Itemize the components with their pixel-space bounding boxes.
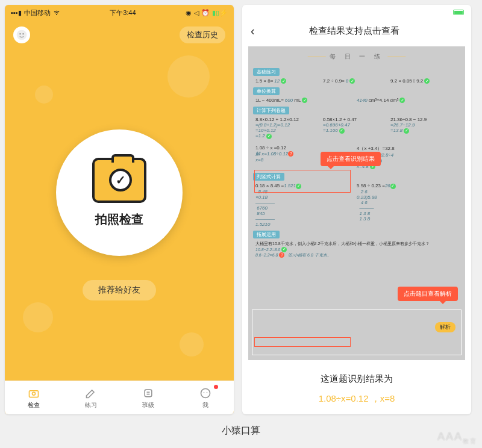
- word-problem[interactable]: 大桶里有10.8千克水，倒入小桶2.2千克水后，大桶和小桶一样重，小桶里原来有多…: [253, 240, 460, 260]
- nav-icon: ◁: [194, 9, 199, 17]
- class-icon: [142, 387, 155, 400]
- tab-me[interactable]: 我: [177, 381, 234, 414]
- battery-icon: [453, 10, 464, 15]
- carrier: 中国移动: [24, 8, 51, 17]
- tab-practice[interactable]: 练习: [62, 381, 119, 414]
- result-label: 这道题识别结果为: [252, 373, 462, 385]
- svg-rect-3: [29, 390, 38, 397]
- alarm-icon: ⏰: [201, 9, 210, 17]
- location-icon: ◉: [186, 9, 192, 17]
- decor-circle: [180, 332, 204, 356]
- page-title: 检查结果支持点击查看: [264, 25, 463, 37]
- error-highlight[interactable]: [254, 170, 351, 193]
- tab-label: 我: [202, 401, 208, 409]
- watermark: AAA教育: [437, 431, 477, 446]
- svg-point-10: [206, 392, 207, 393]
- problem[interactable]: 8.8×0.12 + 1.2×0.12=(8.8+1.2)×0.12=10×0.…: [255, 117, 323, 139]
- problem[interactable]: 1.5 × 8=12✓: [255, 78, 323, 84]
- svg-point-1: [19, 33, 21, 35]
- recommend-button[interactable]: 推荐给好友: [83, 280, 156, 300]
- svg-point-8: [201, 388, 210, 397]
- tab-class[interactable]: 班级: [119, 381, 177, 414]
- camera-icon: [92, 158, 146, 203]
- result-screen: ‹ 检查结果支持点击查看 每 日 一 练 基础练习 1.5 × 8=12✓ 7.…: [242, 5, 471, 414]
- problem[interactable]: 21.36÷0.8 − 12.9=26.7−12.9=13.8 ✓: [390, 117, 458, 139]
- status-bar: [242, 5, 471, 19]
- wifi-icon: [53, 8, 60, 17]
- camera-button[interactable]: 拍照检查: [56, 129, 183, 256]
- tab-bar: 检查 练习 班级 我: [5, 381, 234, 414]
- notification-dot: [214, 385, 218, 389]
- svg-rect-5: [145, 390, 152, 397]
- decor-circle: [167, 55, 210, 98]
- problem[interactable]: 7.2 ÷ 0.9=8✓: [323, 78, 390, 84]
- problem[interactable]: 1L − 400mL=600mL✓: [255, 98, 357, 103]
- problem[interactable]: 0.58×1.2 + 0.47=0.696+0.47=1.166 ✓: [323, 117, 390, 139]
- avatar[interactable]: [13, 26, 30, 43]
- decor-circle: [35, 86, 53, 104]
- tab-label: 检查: [28, 401, 40, 409]
- signal-icon: ▪▪▪▮: [11, 9, 22, 17]
- selection-box: [252, 310, 462, 355]
- problem[interactable]: 5.98 ÷ 0.23 =26✓ 2 60.23)5.98 4 6 ——— 1 …: [357, 183, 458, 227]
- svg-point-4: [32, 392, 35, 395]
- status-bar: ▪▪▪▮ 中国移动 下午3:44 ◉ ◁ ⏰ ▮▯⚡: [5, 5, 234, 20]
- problem[interactable]: 4140cm³=4.14 dm³✓: [357, 98, 458, 103]
- profile-icon: [199, 387, 212, 400]
- camera-tab-icon: [27, 387, 40, 400]
- svg-point-2: [22, 33, 24, 35]
- svg-point-0: [17, 30, 27, 40]
- clock: 下午3:44: [110, 8, 136, 17]
- worksheet-title: 每 日 一 练: [253, 52, 460, 61]
- app-caption: 小猿口算: [0, 425, 482, 437]
- back-button[interactable]: ‹: [251, 24, 264, 38]
- section-calc: 计算下列各题: [253, 107, 289, 114]
- section-basic: 基础练习: [253, 68, 280, 76]
- analysis-button[interactable]: 解析: [435, 322, 455, 332]
- section-extend: 拓展运用: [253, 231, 280, 238]
- tooltip-analysis: 点击题目查看解析: [398, 287, 458, 301]
- battery-icon: ▮▯⚡: [212, 9, 228, 17]
- history-button[interactable]: 检查历史: [180, 26, 225, 43]
- home-screen: ▪▪▪▮ 中国移动 下午3:44 ◉ ◁ ⏰ ▮▯⚡ 检查历史: [5, 5, 234, 414]
- worksheet-image[interactable]: 每 日 一 练 基础练习 1.5 × 8=12✓ 7.2 ÷ 0.9=8✓ 9.…: [248, 46, 465, 360]
- tooltip-recognition: 点击查看识别结果: [321, 152, 381, 166]
- problem[interactable]: 9.2 × 0.05 ⃝ 9.2✓: [390, 78, 458, 84]
- camera-label: 拍照检查: [95, 211, 143, 228]
- tab-label: 练习: [85, 401, 97, 409]
- pencil-icon: [84, 387, 98, 400]
- section-unit: 单位换算: [253, 87, 280, 95]
- svg-point-9: [203, 392, 204, 393]
- tab-label: 班级: [142, 401, 154, 409]
- tab-check[interactable]: 检查: [5, 381, 62, 414]
- decor-circle: [23, 302, 53, 332]
- result-formula: 1.08÷x=0.12 ，x=8: [252, 393, 462, 405]
